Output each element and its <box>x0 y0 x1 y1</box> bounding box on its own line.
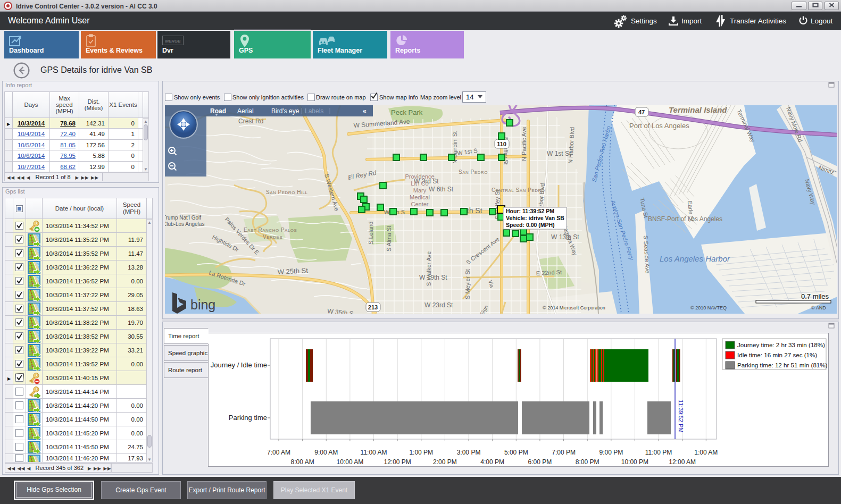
svg-text:0.7 miles: 0.7 miles <box>801 292 829 300</box>
svg-text:6:00 PM: 6:00 PM <box>528 458 552 466</box>
svg-text:11:00 PM: 11:00 PM <box>645 449 672 456</box>
svg-text:CENTRAL SAN PEDRO: CENTRAL SAN PEDRO <box>492 187 545 193</box>
svg-text:W 19th St: W 19th St <box>419 274 447 281</box>
svg-text:9:00 PM: 9:00 PM <box>599 449 623 456</box>
svg-text:Aerial: Aerial <box>237 107 254 115</box>
svg-text:Parking time: Parking time <box>229 414 267 422</box>
svg-text:Hour: 11:39:52 PM: Hour: 11:39:52 PM <box>506 208 554 214</box>
svg-text:11:00 AM: 11:00 AM <box>361 449 387 456</box>
svg-text:Trump Nat'l Golf: Trump Nat'l Golf <box>165 215 201 221</box>
svg-text:Bird's eye: Bird's eye <box>271 107 299 115</box>
svg-text:SAN PEDRO HILL: SAN PEDRO HILL <box>266 189 308 195</box>
svg-text:2:00 PM: 2:00 PM <box>433 458 457 466</box>
svg-text:Peck Park: Peck Park <box>391 108 423 116</box>
svg-text:10:00 AM: 10:00 AM <box>337 458 364 466</box>
svg-text:Road: Road <box>210 107 226 115</box>
svg-text:S Leland: S Leland <box>368 222 374 245</box>
svg-text:E 22nd St: E 22nd St <box>536 268 562 276</box>
svg-text:8:00 AM: 8:00 AM <box>291 458 314 466</box>
svg-text:12:00 AM: 12:00 AM <box>669 458 696 466</box>
svg-text:BNSF-Port of Los Angeles: BNSF-Port of Los Angeles <box>648 215 722 223</box>
svg-text:EAST RANCHO PALOS: EAST RANCHO PALOS <box>244 227 297 233</box>
svg-text:W 23rd St: W 23rd St <box>424 301 453 309</box>
svg-text:Terminal Island: Terminal Island <box>669 105 727 114</box>
svg-text:Providence: Providence <box>405 173 434 180</box>
svg-text:10:00 PM: 10:00 PM <box>621 458 648 466</box>
svg-text:Los Angeles Harbor: Los Angeles Harbor <box>660 254 730 263</box>
svg-text:7:00 AM: 7:00 AM <box>267 449 290 456</box>
svg-text:Mary: Mary <box>413 187 427 194</box>
svg-text:5:00 PM: 5:00 PM <box>504 449 528 456</box>
svg-text:110: 110 <box>497 141 506 147</box>
svg-text:Journey time: 2 hr 33 min (18%: Journey time: 2 hr 33 min (18%) <box>737 341 825 348</box>
svg-text:7:00 PM: 7:00 PM <box>552 449 576 456</box>
svg-text:«: « <box>363 107 367 115</box>
svg-text:Lit'l Co: Lit'l Co <box>411 180 428 187</box>
svg-text:Labels: Labels <box>305 107 323 115</box>
svg-text:Center: Center <box>411 201 428 207</box>
svg-text:4:00 PM: 4:00 PM <box>480 458 504 466</box>
svg-text:Idle time: 16 min 27 sec (1%): Idle time: 16 min 27 sec (1%) <box>737 351 817 358</box>
svg-text:W 6th St: W 6th St <box>429 186 454 193</box>
svg-text:N Pacific Ave: N Pacific Ave <box>521 127 527 161</box>
svg-text:11:39:52 PM: 11:39:52 PM <box>678 400 684 433</box>
svg-text:S Meyler St: S Meyler St <box>464 269 471 299</box>
svg-text:Crest Rd: Crest Rd <box>238 117 263 125</box>
svg-text:Journey / Idle time: Journey / Idle time <box>211 361 267 369</box>
svg-text:213: 213 <box>368 304 378 310</box>
svg-text:Club-Los Angelas: Club-Los Angelas <box>165 221 204 227</box>
svg-text:47: 47 <box>638 109 645 115</box>
svg-text:bing: bing <box>190 297 215 312</box>
svg-text:1:00 AM: 1:00 AM <box>694 449 718 456</box>
svg-text:VERDES: VERDES <box>263 234 282 240</box>
svg-text:Parking time: 12 hr 51 min (81: Parking time: 12 hr 51 min (81%) <box>737 362 828 368</box>
svg-text:9:00 AM: 9:00 AM <box>314 449 338 456</box>
svg-text:8:00 PM: 8:00 PM <box>576 458 599 466</box>
svg-text:Port of Los Angeles: Port of Los Angeles <box>629 122 689 130</box>
svg-text:3:00 PM: 3:00 PM <box>457 449 481 456</box>
svg-text:MERGE: MERGE <box>165 39 181 44</box>
svg-text:S Alma St: S Alma St <box>386 226 392 251</box>
svg-text:Speed: 0.00 (MPH): Speed: 0.00 (MPH) <box>506 222 555 228</box>
svg-text:S Walker Ave: S Walker Ave <box>426 251 432 286</box>
svg-text:Medical: Medical <box>410 194 430 200</box>
svg-text:© 2014 Microsoft Corporation: © 2014 Microsoft Corporation <box>543 305 605 310</box>
svg-text:SAN PEDRO: SAN PEDRO <box>459 169 488 175</box>
svg-text:© AND: © AND <box>811 305 826 310</box>
svg-text:Vehicle: idrive Van SB: Vehicle: idrive Van SB <box>506 215 564 221</box>
svg-text:W 25th St: W 25th St <box>277 266 308 276</box>
svg-text:12:00 PM: 12:00 PM <box>384 458 411 466</box>
svg-text:1:00 PM: 1:00 PM <box>409 449 433 456</box>
svg-text:© 2010 NAVTEQ: © 2010 NAVTEQ <box>690 305 727 310</box>
